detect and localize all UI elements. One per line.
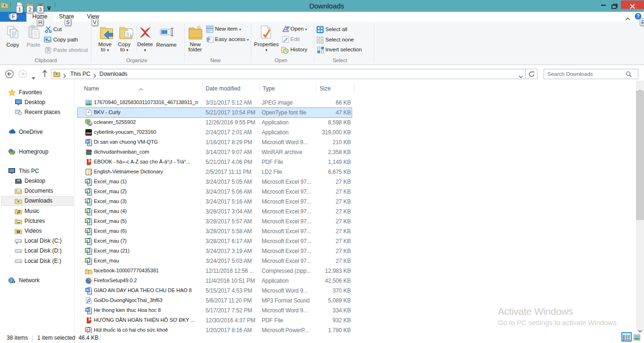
svg-text:X: X [86,199,89,203]
svg-text:W: W [86,308,89,311]
svg-text:X: X [86,259,89,262]
svg-text:X: X [86,249,89,252]
svg-text:X: X [86,229,89,232]
svg-text:X: X [86,189,89,193]
svg-text:X: X [86,209,89,212]
svg-text:?: ? [637,14,640,19]
svg-text:X: X [86,180,89,183]
svg-text:P: P [86,328,89,331]
svg-text:W: W [86,288,89,292]
svg-text:X: X [86,219,89,222]
svg-text:W: W [86,140,89,143]
svg-text:A: A [87,110,90,114]
svg-text:X: X [86,239,89,242]
